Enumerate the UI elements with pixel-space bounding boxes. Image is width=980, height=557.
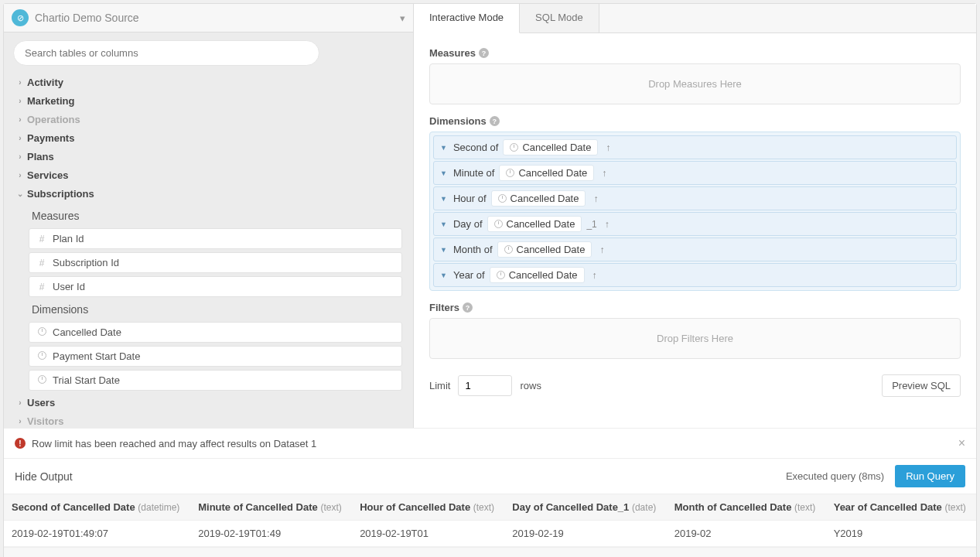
dropdown-icon[interactable]: ▼ xyxy=(439,195,449,203)
column-header[interactable]: Month of Cancelled Date (text) xyxy=(667,494,826,521)
col-name: Day of Cancelled Date_1 xyxy=(512,501,629,513)
dimensions-label: Dimensions ? xyxy=(429,115,961,127)
dimension-pill[interactable]: ▼Second ofCancelled Date↑ xyxy=(433,135,957,159)
table-cell: Y2019 xyxy=(826,521,976,547)
tree-item-marketing[interactable]: ›Marketing xyxy=(10,92,407,111)
dim-field-chip[interactable]: Cancelled Date xyxy=(491,190,586,207)
limit-label: Limit xyxy=(429,380,450,391)
column-header[interactable]: Day of Cancelled Date_1 (date) xyxy=(504,494,666,521)
exec-time: Executed query (8ms) xyxy=(786,470,884,482)
alert-text: Row limit has been reached and may affec… xyxy=(32,438,958,449)
tree-item-activity[interactable]: ›Activity xyxy=(10,73,407,92)
dimension-field[interactable]: Trial Start Date xyxy=(29,370,402,391)
dimension-pill[interactable]: ▼Year ofCancelled Date↑ xyxy=(433,263,957,287)
measures-dropzone[interactable]: Drop Measures Here xyxy=(429,63,961,104)
col-type: (text) xyxy=(320,502,341,513)
field-label: Plan Id xyxy=(53,233,84,244)
preview-footer: Previewing rows 1-1 of 1 xyxy=(4,547,976,557)
table-cell: 2019-02-19T01:49:07 xyxy=(4,521,190,547)
field-label: Subscription Id xyxy=(53,257,119,268)
help-icon[interactable]: ? xyxy=(490,116,500,126)
sort-asc-icon[interactable]: ↑ xyxy=(599,168,610,179)
tree-item-operations[interactable]: ›Operations xyxy=(10,111,407,129)
measure-field[interactable]: #User Id xyxy=(29,276,402,297)
dim-field-chip[interactable]: Cancelled Date xyxy=(503,139,598,155)
hash-icon: # xyxy=(36,234,48,244)
dim-field-label: Cancelled Date xyxy=(518,167,587,179)
measure-field[interactable]: #Plan Id xyxy=(29,228,402,249)
sort-asc-icon[interactable]: ↑ xyxy=(603,142,613,153)
clock-icon xyxy=(36,351,48,362)
field-label: Payment Start Date xyxy=(53,350,140,362)
clock-icon xyxy=(506,169,514,177)
col-name: Hour of Cancelled Date xyxy=(360,501,470,513)
dim-field-label: Cancelled Date xyxy=(522,142,591,153)
tree-item-subscriptions[interactable]: ⌄Subscriptions xyxy=(10,185,407,203)
tab-interactive-mode[interactable]: Interactive Mode xyxy=(414,4,520,33)
clock-icon xyxy=(498,194,507,203)
dim-field-label: Cancelled Date xyxy=(509,269,578,281)
run-query-button[interactable]: Run Query xyxy=(895,465,965,487)
dim-field-chip[interactable]: Cancelled Date xyxy=(497,241,592,258)
measure-field[interactable]: #Subscription Id xyxy=(29,252,402,273)
tree-item-visitors[interactable]: ›Visitors xyxy=(10,412,407,428)
limit-input[interactable] xyxy=(458,375,512,396)
dim-suffix: _1 xyxy=(586,219,596,230)
dim-field-chip[interactable]: Cancelled Date xyxy=(499,165,594,181)
tree-item-label: Marketing xyxy=(27,94,74,109)
tree-item-label: Users xyxy=(27,395,55,411)
preview-sql-button[interactable]: Preview SQL xyxy=(882,374,961,397)
column-header[interactable]: Second of Cancelled Date (datetime) xyxy=(4,494,190,521)
col-type: (text) xyxy=(473,502,494,513)
chevron-down-icon: ▾ xyxy=(400,12,405,24)
dropdown-icon[interactable]: ▼ xyxy=(439,169,449,177)
hide-output-toggle[interactable]: Hide Output xyxy=(15,470,73,483)
clock-icon xyxy=(504,245,513,254)
sort-asc-icon[interactable]: ↑ xyxy=(596,244,607,255)
source-logo-icon: ⊘ xyxy=(12,9,29,26)
sort-asc-icon[interactable]: ↑ xyxy=(589,270,600,281)
dimension-pill[interactable]: ▼Month ofCancelled Date↑ xyxy=(433,237,957,261)
tab-sql-mode[interactable]: SQL Mode xyxy=(520,4,599,32)
sort-asc-icon[interactable]: ↑ xyxy=(590,193,601,204)
sort-asc-icon[interactable]: ↑ xyxy=(602,219,613,230)
schema-tree: ›Activity›Marketing›Operations›Payments›… xyxy=(4,70,413,428)
measures-label: Measures ? xyxy=(429,47,961,59)
tree-item-services[interactable]: ›Services xyxy=(10,166,407,185)
column-header[interactable]: Minute of Cancelled Date (text) xyxy=(190,494,352,521)
column-header[interactable]: Year of Cancelled Date (text) xyxy=(826,494,976,521)
tree-item-payments[interactable]: ›Payments xyxy=(10,129,407,148)
help-icon[interactable]: ? xyxy=(463,302,473,313)
search-input[interactable] xyxy=(13,40,319,66)
table-row: 2019-02-19T01:49:072019-02-19T01:492019-… xyxy=(4,521,976,547)
dropdown-icon[interactable]: ▼ xyxy=(439,246,449,254)
dim-field-label: Cancelled Date xyxy=(517,244,586,255)
tree-item-plans[interactable]: ›Plans xyxy=(10,148,407,166)
dimension-pill[interactable]: ▼Minute ofCancelled Date↑ xyxy=(433,161,957,185)
col-type: (date) xyxy=(632,502,656,513)
dimension-field[interactable]: Cancelled Date xyxy=(29,322,402,343)
dimension-pill[interactable]: ▼Hour ofCancelled Date↑ xyxy=(433,186,957,210)
dropdown-icon[interactable]: ▼ xyxy=(439,144,449,152)
col-name: Month of Cancelled Date xyxy=(674,501,792,513)
dimension-field[interactable]: Payment Start Date xyxy=(29,346,402,367)
dim-field-chip[interactable]: Cancelled Date xyxy=(487,216,582,232)
column-header[interactable]: Hour of Cancelled Date (text) xyxy=(352,494,504,521)
chevron-right-icon: › xyxy=(15,131,26,146)
source-selector[interactable]: ⊘ Chartio Demo Source ▾ xyxy=(4,4,413,32)
tree-item-users[interactable]: ›Users xyxy=(10,394,407,412)
tree-item-label: Payments xyxy=(27,131,74,146)
dropdown-icon[interactable]: ▼ xyxy=(439,220,449,228)
col-type: (text) xyxy=(794,502,815,513)
dim-prefix: Hour of xyxy=(453,193,487,204)
col-type: (text) xyxy=(944,502,965,513)
dim-field-chip[interactable]: Cancelled Date xyxy=(490,267,585,283)
dropdown-icon[interactable]: ▼ xyxy=(439,272,449,279)
tree-item-label: Subscriptions xyxy=(27,186,94,202)
filters-dropzone[interactable]: Drop Filters Here xyxy=(429,318,961,359)
close-icon[interactable]: × xyxy=(958,436,965,450)
help-icon[interactable]: ? xyxy=(479,48,489,58)
col-name: Year of Cancelled Date xyxy=(834,501,942,513)
dimensions-list: ▼Second ofCancelled Date↑▼Minute ofCance… xyxy=(429,132,961,291)
dimension-pill[interactable]: ▼Day ofCancelled Date_1↑ xyxy=(433,212,957,236)
